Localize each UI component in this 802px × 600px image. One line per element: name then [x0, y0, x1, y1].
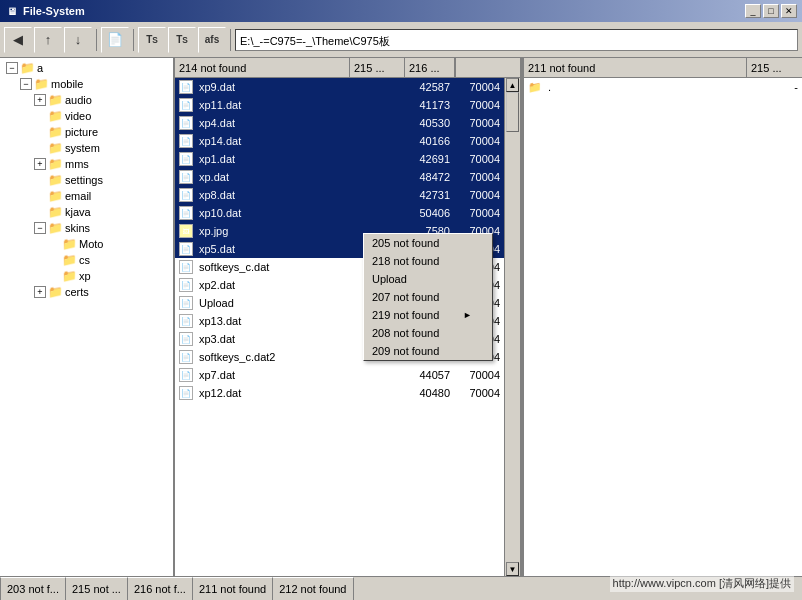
menu-item-label: 205 not found [372, 237, 439, 249]
tree-item-video[interactable]: 📁 video [2, 108, 171, 124]
left-file-row[interactable]: 📄 xp9.dat 42587 70004 [175, 78, 504, 96]
menu-item-1[interactable]: 218 not found [364, 252, 492, 270]
tree-item-system[interactable]: 📁 system [2, 140, 171, 156]
tree-label-mms: mms [65, 158, 89, 170]
dat-icon: 📄 [179, 332, 193, 346]
ts-button-1[interactable]: TS [138, 27, 166, 53]
col-header-215r[interactable]: 215 ... [747, 58, 802, 77]
tree-item-picture[interactable]: 📁 picture [2, 124, 171, 140]
folder-icon-certs: 📁 [48, 285, 62, 299]
right-file-name: . [546, 81, 747, 93]
expander-a[interactable]: − [6, 62, 18, 74]
afs-button[interactable]: afs [198, 27, 226, 53]
submenu-arrow: ► [463, 310, 472, 320]
right-file-row[interactable]: 📁 . - [524, 78, 802, 96]
tree-label-audio: audio [65, 94, 92, 106]
tree-item-skins[interactable]: − 📁 skins [2, 220, 171, 236]
maximize-button[interactable]: □ [763, 4, 779, 18]
left-file-row[interactable]: 📄 xp4.dat 40530 70004 [175, 114, 504, 132]
status-item-2: 216 not f... [128, 577, 193, 600]
back-button[interactable]: ◀ [4, 27, 32, 53]
menu-item-4[interactable]: 219 not found► [364, 306, 492, 324]
scrollbar-left[interactable]: ▲ ▼ [504, 78, 520, 576]
file-icon: 📄 [175, 152, 197, 166]
file-icon: 📄 [175, 260, 197, 274]
menu-item-0[interactable]: 205 not found [364, 234, 492, 252]
up-button[interactable]: ↑ [34, 27, 62, 53]
file-type: 70004 [454, 135, 504, 147]
tree-label-video: video [65, 110, 91, 122]
tree-item-certs[interactable]: + 📁 certs [2, 284, 171, 300]
tree-item-settings[interactable]: 📁 settings [2, 172, 171, 188]
menu-item-label: 219 not found [372, 309, 439, 321]
tree-item-audio[interactable]: + 📁 audio [2, 92, 171, 108]
toolbar: ◀ ↑ ↓ 📄 TS TS afs E:\_-=C975=-_\Theme\C9… [0, 22, 802, 58]
col-header-215[interactable]: 215 ... [350, 58, 405, 77]
left-file-row[interactable]: 📄 xp.dat 48472 70004 [175, 168, 504, 186]
folder-icon-settings: 📁 [48, 173, 62, 187]
file-icon: 📄 [175, 206, 197, 220]
tree-item-xp[interactable]: 📁 xp [2, 268, 171, 284]
col-header-211[interactable]: 211 not found [524, 58, 747, 77]
left-file-row[interactable]: 📄 xp8.dat 42731 70004 [175, 186, 504, 204]
expander-skins[interactable]: − [34, 222, 46, 234]
separator-3 [230, 29, 231, 51]
scroll-up-arrow[interactable]: ▲ [506, 78, 519, 92]
tree-item-mms[interactable]: + 📁 mms [2, 156, 171, 172]
left-file-row[interactable]: 📄 xp1.dat 42691 70004 [175, 150, 504, 168]
left-file-row[interactable]: 📄 xp12.dat 40480 70004 [175, 384, 504, 402]
expander-mobile[interactable]: − [20, 78, 32, 90]
menu-item-5[interactable]: 208 not found [364, 324, 492, 342]
folder-icon-email: 📁 [48, 189, 62, 203]
tree-item-kjava[interactable]: 📁 kjava [2, 204, 171, 220]
folder-icon-picture: 📁 [48, 125, 62, 139]
tree-label-a: a [37, 62, 43, 74]
title-bar: 🖥 File-System _ □ ✕ [0, 0, 802, 22]
file-name: xp14.dat [197, 135, 399, 147]
tree-label-xp: xp [79, 270, 91, 282]
scroll-thumb[interactable] [506, 92, 519, 132]
file-icon: 🖼 [175, 224, 197, 238]
refresh-button[interactable]: ↓ [64, 27, 92, 53]
expander-mms[interactable]: + [34, 158, 46, 170]
tree-item-cs[interactable]: 📁 cs [2, 252, 171, 268]
file-icon: 📄 [175, 170, 197, 184]
folder-icon-skins: 📁 [48, 221, 62, 235]
tree-item-moto[interactable]: 📁 Moto [2, 236, 171, 252]
new-file-button[interactable]: 📄 [101, 27, 129, 53]
dat-icon: 📄 [179, 260, 193, 274]
menu-item-3[interactable]: 207 not found [364, 288, 492, 306]
minimize-button[interactable]: _ [745, 4, 761, 18]
scroll-down-arrow[interactable]: ▼ [506, 562, 519, 576]
app-icon: 🖥 [5, 4, 19, 18]
left-file-row[interactable]: 📄 xp11.dat 41173 70004 [175, 96, 504, 114]
ts-button-2[interactable]: TS [168, 27, 196, 53]
expander-certs[interactable]: + [34, 286, 46, 298]
col-header-216[interactable]: 216 ... [405, 58, 455, 77]
tree-item-email[interactable]: 📁 email [2, 188, 171, 204]
folder-icon-moto: 📁 [62, 237, 76, 251]
file-name: xp1.dat [197, 153, 399, 165]
file-name: xp10.dat [197, 207, 399, 219]
file-name: xp11.dat [197, 99, 399, 111]
folder-icon-a: 📁 [20, 61, 34, 75]
expander-audio[interactable]: + [34, 94, 46, 106]
file-type: 70004 [454, 171, 504, 183]
tree-item-a[interactable]: − 📁 a [2, 60, 171, 76]
left-file-row[interactable]: 📄 xp10.dat 50406 70004 [175, 204, 504, 222]
menu-item-2[interactable]: Upload [364, 270, 492, 288]
left-file-row[interactable]: 📄 xp7.dat 44057 70004 [175, 366, 504, 384]
tree-item-mobile[interactable]: − 📁 mobile [2, 76, 171, 92]
menu-item-6[interactable]: 209 not found [364, 342, 492, 360]
left-file-row[interactable]: 📄 xp14.dat 40166 70004 [175, 132, 504, 150]
menu-item-label: 208 not found [372, 327, 439, 339]
file-icon: 📄 [175, 98, 197, 112]
dat-icon: 📄 [179, 134, 193, 148]
menu-item-label: Upload [372, 273, 407, 285]
col-header-214[interactable]: 214 not found [175, 58, 350, 77]
dat-icon: 📄 [179, 296, 193, 310]
file-icon: 📄 [175, 314, 197, 328]
close-button[interactable]: ✕ [781, 4, 797, 18]
path-bar[interactable]: E:\_-=C975=-_\Theme\C975板 [235, 29, 798, 51]
file-type: 70004 [454, 153, 504, 165]
